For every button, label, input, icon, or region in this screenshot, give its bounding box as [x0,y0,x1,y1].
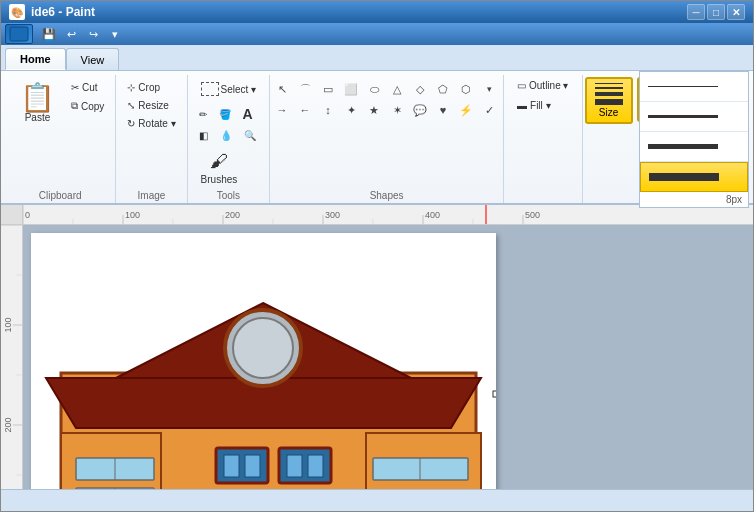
paste-label: Paste [25,112,51,123]
fill-icon: ▬ [517,100,527,111]
undo-button[interactable]: ↩ [61,25,81,43]
svg-point-38 [233,318,293,378]
size-button[interactable]: Size [585,77,633,124]
size-tooltip: 8px [640,192,748,207]
paint-logo [5,24,33,44]
maximize-button[interactable]: □ [707,4,725,20]
svg-text:200: 200 [3,417,13,432]
rotate-button[interactable]: ↻ Rotate ▾ [122,115,180,132]
tools-label: Tools [217,190,240,203]
tools-row2: ◧ 💧 🔍 [194,127,261,144]
pencil-button[interactable]: ✏ [194,103,212,125]
tools-content: Select ▾ ✏ 🪣 A ◧ 💧 🔍 🖌 Brushes [194,77,264,190]
size-option-8px[interactable] [640,162,748,192]
shape-arrow-l[interactable]: ← [295,100,315,120]
shape-rect[interactable]: ▭ [318,79,338,99]
cut-button[interactable]: ✂ Cut [66,79,109,96]
minimize-button[interactable]: ─ [687,4,705,20]
canvas-container[interactable] [23,225,753,489]
shape-check[interactable]: ✓ [479,100,499,120]
brushes-icon: 🖌 [210,151,228,172]
svg-rect-20 [1,225,23,489]
cut-label: Cut [82,82,98,93]
outline-button[interactable]: ▭ Outline ▾ [510,77,575,94]
shape-triangle[interactable]: △ [387,79,407,99]
shape-round-rect[interactable]: ⬜ [341,79,361,99]
shape-ellipse[interactable]: ⬭ [364,79,384,99]
title-text: ide6 - Paint [31,5,95,19]
select-label: Select ▾ [221,84,257,95]
fill-tool-button[interactable]: 🪣 [214,103,236,125]
crop-button[interactable]: ⊹ Crop [122,79,180,96]
select-button[interactable]: Select ▾ [194,77,264,101]
ribbon-group-tools: Select ▾ ✏ 🪣 A ◧ 💧 🔍 🖌 Brushes Tools [188,75,271,203]
svg-rect-41 [245,455,260,477]
brushes-button[interactable]: 🖌 Brushes [194,146,245,190]
size-lines [595,83,623,105]
copy-button[interactable]: ⧉ Copy [66,97,109,115]
app-window: 🎨 ide6 - Paint ─ □ ✕ 💾 ↩ ↪ ▾ Home View [0,0,754,512]
ribbon: 📋 Paste ✂ Cut ⧉ Copy Clipboard [1,71,753,205]
rotate-icon: ↻ [127,118,135,129]
size-option-3px[interactable] [640,102,748,132]
size-line-5px [648,144,718,149]
shape-lightning[interactable]: ⚡ [456,100,476,120]
shapes-grid: ↖ ⌒ ▭ ⬜ ⬭ △ ◇ ⬠ ⬡ ▾ → ← ↕ ✦ ★ ✶ 💬 [270,77,503,122]
brushes-label: Brushes [201,174,238,185]
crop-icon: ⊹ [127,82,135,93]
close-button[interactable]: ✕ [727,4,745,20]
save-button[interactable]: 💾 [39,25,59,43]
size-label: Size [599,107,618,118]
shape-hexagon[interactable]: ⬡ [456,79,476,99]
shape-callout[interactable]: 💬 [410,100,430,120]
tab-home[interactable]: Home [5,48,66,70]
outlinefill-content: ▭ Outline ▾ ▬ Fill ▾ [510,77,575,201]
size-line-1 [595,83,623,84]
svg-text:100: 100 [3,317,13,332]
redo-button[interactable]: ↪ [83,25,103,43]
shape-pentagon[interactable]: ⬠ [433,79,453,99]
ruler-horizontal: 0 100 200 300 400 500 [1,205,753,225]
tab-view[interactable]: View [66,48,120,70]
outline-icon: ▭ [517,80,526,91]
color-picker-button[interactable]: 💧 [215,127,237,144]
image-stack: ⊹ Crop ⤡ Resize ↻ Rotate ▾ [122,77,180,132]
shape-arrow-nw[interactable]: ↖ [272,79,292,99]
shape-more[interactable]: ▾ [479,79,499,99]
svg-text:200: 200 [225,210,240,220]
fill-button[interactable]: ▬ Fill ▾ [510,97,558,114]
shape-star6[interactable]: ✶ [387,100,407,120]
svg-rect-40 [224,455,239,477]
svg-text:0: 0 [25,210,30,220]
size-line-4 [595,99,623,105]
size-group: Size [583,75,635,203]
ruler-vertical: 100 200 300 [1,225,23,489]
size-line-8px [649,173,719,181]
shape-star4[interactable]: ✦ [341,100,361,120]
qa-dropdown[interactable]: ▾ [105,25,125,43]
magnify-button[interactable]: 🔍 [239,127,261,144]
size-option-1px[interactable] [640,72,748,102]
shape-diamond[interactable]: ◇ [410,79,430,99]
tools-row: ✏ 🪣 A [194,103,258,125]
fill-label: Fill ▾ [530,100,551,111]
shape-curve[interactable]: ⌒ [295,79,315,99]
resize-button[interactable]: ⤡ Resize [122,97,180,114]
shape-heart[interactable]: ♥ [433,100,453,120]
main-area: 0 100 200 300 400 500 [1,205,753,489]
crop-label: Crop [138,82,160,93]
title-bar: 🎨 ide6 - Paint ─ □ ✕ [1,1,753,23]
ribbon-group-clipboard: 📋 Paste ✂ Cut ⧉ Copy Clipboard [5,75,116,203]
resize-icon: ⤡ [127,100,135,111]
shape-arrow-r[interactable]: → [272,100,292,120]
ribbon-group-image: ⊹ Crop ⤡ Resize ↻ Rotate ▾ Image [116,75,187,203]
shape-star5[interactable]: ★ [364,100,384,120]
paint-canvas[interactable] [31,233,496,489]
size-option-5px[interactable] [640,132,748,162]
eraser-button[interactable]: ◧ [194,127,213,144]
paste-button[interactable]: 📋 Paste [11,77,64,130]
text-button[interactable]: A [238,103,258,125]
svg-text:300: 300 [325,210,340,220]
svg-text:400: 400 [425,210,440,220]
shape-4arrow[interactable]: ↕ [318,100,338,120]
